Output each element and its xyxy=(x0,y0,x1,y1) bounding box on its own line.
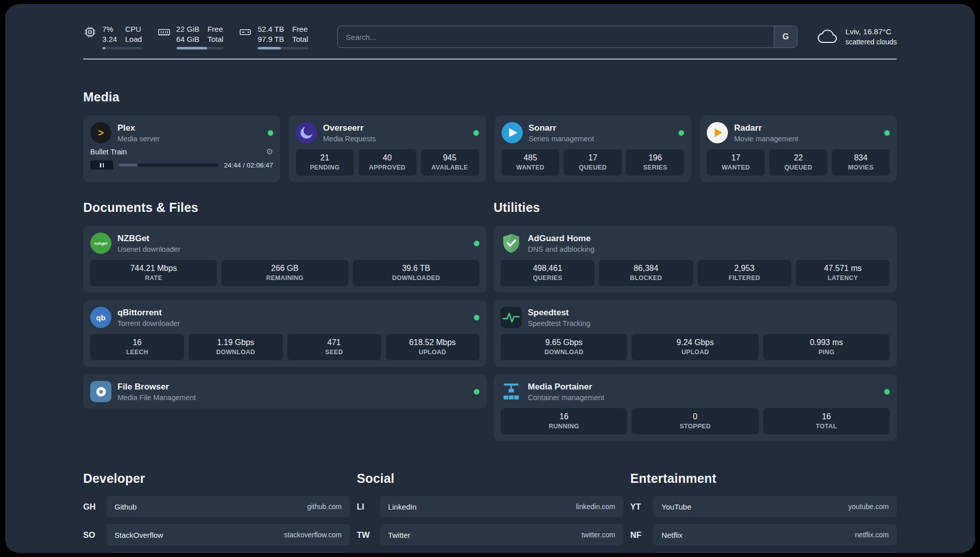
section-title-utilities: Utilities xyxy=(494,200,897,215)
app-subtitle: Movie management xyxy=(734,135,798,143)
app-card-speedtest[interactable]: Speedtest Speedtest Tracking 9.65 Gbps D… xyxy=(494,300,897,367)
bookmark-abbr: SO xyxy=(83,530,106,540)
bookmark-netflix[interactable]: NF Netflix netflix.com xyxy=(630,524,897,545)
bookmark-abbr: NF xyxy=(630,530,653,540)
bookmark-linkedin[interactable]: LI LinkedIn linkedin.com xyxy=(357,496,624,517)
bookmark-domain: youtube.com xyxy=(848,503,889,511)
app-subtitle: Media Requests xyxy=(323,135,376,143)
app-name: Radarr xyxy=(734,123,798,133)
bookmark-abbr: YT xyxy=(630,502,653,512)
cpu-widget: 7% 3.24 CPU Load xyxy=(83,24,142,49)
search-provider-button[interactable]: G xyxy=(774,26,797,47)
bookmark-stackoverflow[interactable]: SO StackOverflow stackoverflow.com xyxy=(83,524,350,545)
stat-queued: 22 QUEUED xyxy=(769,149,827,176)
search-input[interactable] xyxy=(338,26,774,47)
app-subtitle: Torrent downloader xyxy=(117,319,180,327)
bookmarks-social: Social LI LinkedIn linkedin.com TW Twitt… xyxy=(357,471,624,552)
app-subtitle: Usenet downloader xyxy=(117,245,180,253)
memory-widget: 22 GiB 64 GiB Free Total xyxy=(157,24,224,49)
app-name: qBittorrent xyxy=(117,308,180,318)
app-subtitle: Container management xyxy=(528,394,604,402)
adguard-shield-icon xyxy=(501,233,522,254)
disk-free-value: 52.4 TB xyxy=(258,24,284,34)
weather-location: Lviv, 16.87°C xyxy=(845,27,897,37)
pause-button[interactable] xyxy=(90,160,113,170)
app-card-filebrowser[interactable]: File Browser Media File Management xyxy=(83,374,486,409)
stat-upload: 618.52 Mbps UPLOAD xyxy=(386,334,479,360)
bookmark-abbr: GH xyxy=(83,502,106,512)
bookmark-name: StackOverflow xyxy=(114,531,163,539)
app-subtitle: Speedtest Tracking xyxy=(528,319,590,327)
stat-available: 945 AVAILABLE xyxy=(421,149,479,176)
bookmark-name: Github xyxy=(114,503,137,511)
app-card-radarr[interactable]: Radarr Movie management 17 WANTED 22 QUE… xyxy=(700,116,897,182)
bookmark-dev[interactable]: DT DEV dev.to xyxy=(83,552,350,553)
app-card-plex[interactable]: > Plex Media server Bullet Train ⚙ xyxy=(83,116,280,182)
bookmark-reddit[interactable]: RE Reddit reddit.com xyxy=(630,552,897,553)
bookmarks-entertainment: Entertainment YT YouTube youtube.com NF … xyxy=(630,471,897,553)
app-name: Speedtest xyxy=(528,308,590,318)
bookmark-domain: github.com xyxy=(307,503,341,511)
stat-leech: 16 LEECH xyxy=(90,334,184,360)
cpu-progress-track xyxy=(102,47,142,49)
speedtest-icon xyxy=(501,307,522,328)
bookmark-github[interactable]: GH Github github.com xyxy=(83,496,350,517)
bookmark-youtube[interactable]: YT YouTube youtube.com xyxy=(630,496,897,517)
playback-progress-track[interactable] xyxy=(118,163,219,166)
stat-movies: 834 MOVIES xyxy=(832,149,890,176)
bookmark-domain: linkedin.com xyxy=(576,503,616,511)
bookmark-name: LinkedIn xyxy=(388,503,417,511)
stat-latency: 47.571 ms LATENCY xyxy=(796,260,890,286)
stat-approved: 40 APPROVED xyxy=(358,149,416,176)
app-subtitle: Series management xyxy=(529,135,594,143)
stat-queries: 498,461 QUERIES xyxy=(501,260,594,286)
weather-widget: Lviv, 16.87°C scattered clouds xyxy=(816,27,897,47)
now-playing-widget: Bullet Train ⚙ 24:44 / 02:06:47 xyxy=(90,148,273,170)
cpu-load-value: 3.24 xyxy=(102,34,117,44)
top-bar: 7% 3.24 CPU Load xyxy=(83,4,897,49)
disk-free-label: Free xyxy=(292,24,308,34)
app-card-qbittorrent[interactable]: qb qBittorrent Torrent downloader 16 LEE… xyxy=(83,300,486,367)
bookmark-domain: twitter.com xyxy=(581,531,615,539)
disk-progress-track xyxy=(258,47,308,49)
memory-free-value: 22 GiB xyxy=(176,24,200,34)
section-title-documents: Documents & Files xyxy=(83,200,486,215)
cpu-icon xyxy=(83,25,97,39)
stat-ping: 0.993 ms PING xyxy=(763,334,890,360)
section-title-media: Media xyxy=(83,90,897,104)
search-bar: G xyxy=(337,26,798,48)
app-name: NZBGet xyxy=(117,234,180,244)
app-card-overseerr[interactable]: Overseerr Media Requests 21 PENDING 40 A… xyxy=(289,116,486,182)
radarr-icon xyxy=(707,122,728,143)
memory-free-label: Free xyxy=(207,24,223,34)
app-card-sonarr[interactable]: Sonarr Series management 485 WANTED 17 Q… xyxy=(495,116,692,182)
now-playing-title: Bullet Train xyxy=(90,148,127,156)
status-dot xyxy=(268,130,273,136)
dashboard-page: 7% 3.24 CPU Load xyxy=(5,4,975,553)
memory-icon xyxy=(157,25,171,39)
disk-total-label: Total xyxy=(292,34,308,44)
app-name: Overseerr xyxy=(323,123,376,133)
stat-wanted: 17 WANTED xyxy=(707,149,765,176)
app-subtitle: Media server xyxy=(117,135,160,143)
playback-progress-fill xyxy=(118,163,138,166)
section-title-entertainment: Entertainment xyxy=(630,471,897,486)
status-dot xyxy=(474,315,479,320)
app-card-nzbget[interactable]: nzbget NZBGet Usenet downloader 744.21 M… xyxy=(83,226,486,293)
section-title-social: Social xyxy=(357,471,624,486)
cpu-load-label: Load xyxy=(125,34,142,44)
stat-pending: 21 PENDING xyxy=(296,149,354,176)
stat-queued: 17 QUEUED xyxy=(564,149,622,176)
app-card-portainer[interactable]: Media Portainer Container management 16 … xyxy=(494,374,897,441)
app-name: AdGuard Home xyxy=(528,234,594,244)
settings-gear-icon[interactable]: ⚙ xyxy=(266,148,273,156)
section-media: Media > Plex Media server Bullet Train ⚙ xyxy=(83,90,897,182)
bookmark-twitter[interactable]: TW Twitter twitter.com xyxy=(357,524,624,545)
memory-progress-track xyxy=(176,47,224,49)
bookmark-abbr: TW xyxy=(357,530,380,540)
app-card-adguard[interactable]: AdGuard Home DNS and adblocking 498,461 … xyxy=(494,226,897,293)
bookmark-abbr: LI xyxy=(357,502,380,512)
playback-time: 24:44 / 02:06:47 xyxy=(224,161,273,169)
status-dot xyxy=(474,389,479,395)
app-name: Media Portainer xyxy=(528,382,604,392)
